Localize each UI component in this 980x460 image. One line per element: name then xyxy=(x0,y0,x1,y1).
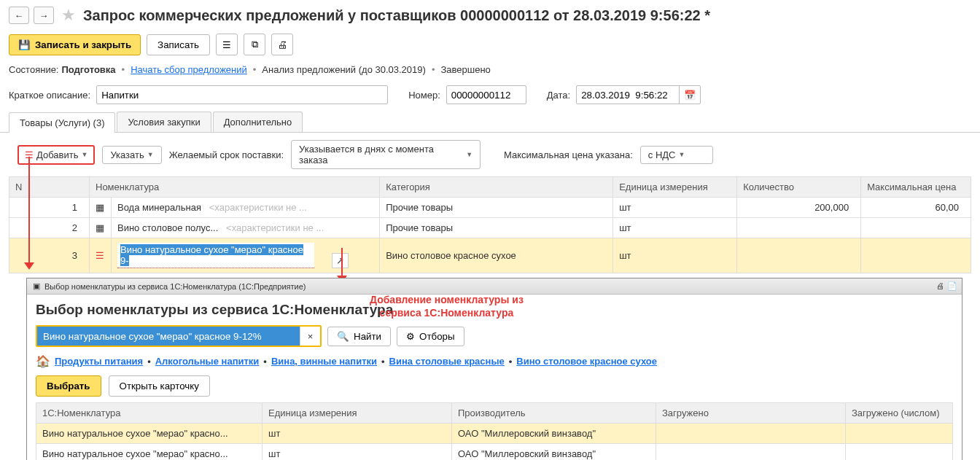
filters-label: Отборы xyxy=(419,331,455,342)
date-label: Дата: xyxy=(547,90,570,101)
breadcrumb: 🏠 Продукты питания • Алкогольные напитки… xyxy=(36,354,953,368)
delivery-label: Желаемый срок поставки: xyxy=(169,149,284,160)
filters-button[interactable]: ⚙ Отборы xyxy=(397,327,464,346)
number-input[interactable] xyxy=(446,85,526,104)
status-analysis: Анализ предложений (до 30.03.2019) xyxy=(262,64,426,75)
breadcrumb-link[interactable]: Вина, винные напитки xyxy=(271,356,377,367)
col-qty: Количество xyxy=(737,177,861,198)
dlg-col-manuf: Производитель xyxy=(452,403,656,424)
annotation-arrow xyxy=(28,157,30,268)
table-row[interactable]: 2 ▦ Вино столовое полус... <характеристи… xyxy=(9,218,971,238)
chevron-down-icon: ▼ xyxy=(678,151,685,158)
maxprice-select[interactable]: с НДС ▼ xyxy=(640,146,713,164)
annotation-label: Добавление номенклатуры из сервиса 1С:Но… xyxy=(370,293,524,319)
dlg-col-nomen: 1С:Номенклатура xyxy=(36,403,262,424)
date-input[interactable]: 📅 xyxy=(576,85,701,104)
dialog-window-title: Выбор номенклатуры из сервиса 1С:Номенкл… xyxy=(44,282,306,291)
col-unit: Единица измерения xyxy=(613,177,737,198)
col-nomen: Номенклатура xyxy=(90,177,380,198)
floppy-icon: 💾 xyxy=(18,39,31,50)
find-label: Найти xyxy=(354,331,381,342)
tab-extra[interactable]: Дополнительно xyxy=(213,112,303,132)
maxprice-label: Максимальная цена указана: xyxy=(504,149,633,160)
tab-terms[interactable]: Условия закупки xyxy=(117,112,211,132)
page-title: Запрос коммерческих предложений у постав… xyxy=(83,7,710,24)
dlg-col-unit: Единица измерения xyxy=(262,403,452,424)
specify-label: Указать xyxy=(110,149,144,160)
nomenclature-picker-dialog: ▣ Выбор номенклатуры из сервиса 1С:Номен… xyxy=(26,278,962,460)
chevron-down-icon: ▼ xyxy=(147,151,154,158)
filter-icon: ⚙ xyxy=(406,331,415,342)
dlg-col-loaded: Загружено xyxy=(656,403,846,424)
save-button[interactable]: Записать xyxy=(147,34,210,55)
open-card-button[interactable]: Открыть карточку xyxy=(109,375,210,397)
desc-input[interactable] xyxy=(96,85,388,104)
save-and-close-button[interactable]: 💾 Записать и закрыть xyxy=(9,34,141,55)
tab-goods[interactable]: Товары (Услуги) (3) xyxy=(9,112,115,133)
print-icon-button[interactable]: 🖨 xyxy=(271,34,293,55)
chevron-down-icon: ▼ xyxy=(466,151,472,158)
table-row[interactable]: 1 ▦ Вода минеральная <характеристики не … xyxy=(9,198,971,218)
col-cat: Категория xyxy=(380,177,613,198)
result-row-selected[interactable]: Вино натуральное сухое "мерао" красно...… xyxy=(36,424,953,444)
result-row[interactable]: Вино натуральное сухое "мерао" красно...… xyxy=(36,444,953,461)
nav-back-button[interactable]: ← xyxy=(9,7,29,24)
specify-button[interactable]: Указать ▼ xyxy=(102,146,161,164)
doc-icon[interactable]: 📄 xyxy=(947,281,957,291)
status-done: Завершено xyxy=(440,64,490,75)
date-field[interactable] xyxy=(577,87,679,104)
status-stage: Подготовка xyxy=(61,64,115,75)
dlg-col-loaded-num: Загружено (числом) xyxy=(846,403,953,424)
card-icon: ▦ xyxy=(96,222,104,233)
delivery-value: Указывается в днях с момента заказа xyxy=(299,144,463,165)
find-button[interactable]: 🔍 Найти xyxy=(327,327,391,346)
start-collection-link[interactable]: Начать сбор предложений xyxy=(131,64,247,75)
col-n: N xyxy=(9,177,90,198)
list-icon: ☰ xyxy=(96,250,104,261)
search-input[interactable] xyxy=(37,327,300,346)
arrow-down-icon xyxy=(24,262,34,270)
desc-label: Краткое описание: xyxy=(9,90,90,101)
select-button[interactable]: Выбрать xyxy=(36,375,101,397)
clear-search-button[interactable]: × xyxy=(300,327,320,346)
dialog-title-bar[interactable]: ▣ Выбор номенклатуры из сервиса 1С:Номен… xyxy=(27,278,962,295)
delivery-select[interactable]: Указывается в днях с момента заказа ▼ xyxy=(291,140,481,169)
open-card-icon[interactable]: ↗ xyxy=(332,253,349,268)
copy-icon-button[interactable]: ⧉ xyxy=(244,34,265,55)
breadcrumb-link[interactable]: Продукты питания xyxy=(55,356,143,367)
nav-forward-button[interactable]: → xyxy=(34,7,54,24)
nomen-editor[interactable]: Вино натуральное сухое "мерао" красное 9… xyxy=(117,243,314,268)
favorite-star-icon[interactable]: ★ xyxy=(61,6,76,25)
status-label: Состояние: xyxy=(9,64,58,75)
add-label: Добавить xyxy=(36,149,78,160)
print-icon[interactable]: 🖨 xyxy=(936,281,944,291)
annotation-arrow xyxy=(341,248,343,278)
breadcrumb-link[interactable]: Вино столовое красное сухое xyxy=(516,356,657,367)
chevron-down-icon: ▼ xyxy=(81,151,88,158)
breadcrumb-link[interactable]: Алкогольные напитки xyxy=(155,356,260,367)
search-icon: 🔍 xyxy=(337,331,349,342)
maxprice-value: с НДС xyxy=(648,149,676,160)
card-icon: ▦ xyxy=(96,202,104,213)
app-icon: ▣ xyxy=(33,281,40,291)
results-table: 1С:Номенклатура Единица измерения Произв… xyxy=(36,402,953,460)
save-and-close-label: Записать и закрыть xyxy=(35,39,131,50)
list-icon-button[interactable]: ☰ xyxy=(216,34,238,55)
breadcrumb-link[interactable]: Вина столовые красные xyxy=(389,356,505,367)
table-row-selected[interactable]: 3 ☰ Вино натуральное сухое "мерао" красн… xyxy=(9,238,971,273)
search-input-wrapper: × xyxy=(36,325,322,347)
goods-table: N Номенклатура Категория Единица измерен… xyxy=(9,176,971,273)
home-icon[interactable]: 🏠 xyxy=(36,354,50,368)
col-maxprice: Максимальная цена xyxy=(861,177,971,198)
number-label: Номер: xyxy=(408,90,440,101)
calendar-icon[interactable]: 📅 xyxy=(679,86,700,104)
